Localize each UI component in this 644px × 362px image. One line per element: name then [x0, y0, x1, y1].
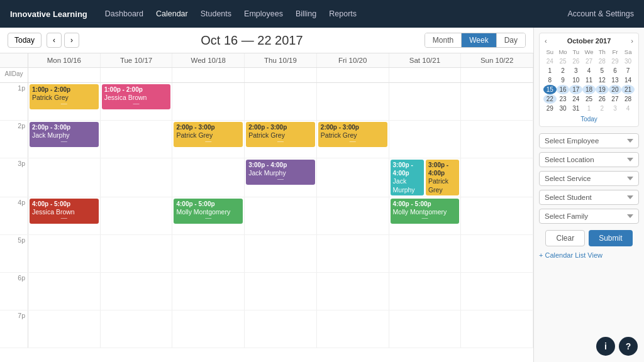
- submit-button[interactable]: Submit: [589, 230, 632, 246]
- account-settings[interactable]: Account & Settings: [567, 9, 634, 18]
- day-view-button[interactable]: Day: [497, 33, 525, 47]
- cell-wed-7p: [172, 310, 245, 348]
- cell-thu-1p: [245, 83, 317, 120]
- mini-day-cell[interactable]: 24: [569, 94, 582, 104]
- mini-day-cell[interactable]: 22: [543, 94, 557, 104]
- event-jessica-brown-mon-4p[interactable]: 4:00p - 5:00p Jessica Brown —: [30, 199, 99, 224]
- cell-thu-4p: [245, 197, 317, 234]
- mini-day-cell[interactable]: 1: [543, 66, 557, 75]
- day-header-tue: Tue 10/17: [101, 53, 173, 67]
- nav-dashboard[interactable]: Dashboard: [105, 7, 143, 21]
- event-dots: —: [133, 99, 140, 107]
- student-dropdown[interactable]: Select Student: [539, 190, 639, 205]
- mini-day-cell[interactable]: 16: [557, 85, 570, 94]
- info-icon[interactable]: i: [596, 337, 615, 356]
- event-jack-murphy-sat-3p[interactable]: 3:00p - 4:00p Jack Murphy: [391, 160, 424, 195]
- nav-links: Dashboard Calendar Students Employees Bi…: [105, 7, 568, 21]
- mini-day-cell[interactable]: 29: [609, 57, 622, 66]
- mini-day-cell[interactable]: 4: [582, 66, 596, 75]
- mini-day-cell[interactable]: 8: [543, 75, 557, 85]
- mini-day-cell[interactable]: 29: [543, 104, 557, 113]
- cell-fri-1p: [317, 83, 389, 120]
- today-button[interactable]: Today: [8, 33, 42, 48]
- day-header-sun: Sun 10/22: [461, 53, 533, 67]
- mini-day-cell[interactable]: 28: [596, 57, 609, 66]
- calendar-list-link[interactable]: + Calendar List View: [539, 250, 639, 260]
- mini-day-cell[interactable]: 3: [569, 66, 582, 75]
- event-patrick-grey-mon-1p[interactable]: 1:00p - 2:00p Patrick Grey —: [30, 84, 99, 109]
- clear-button[interactable]: Clear: [545, 230, 585, 246]
- allday-sat: [389, 68, 462, 82]
- nav-reports[interactable]: Reports: [329, 7, 357, 21]
- month-view-button[interactable]: Month: [425, 33, 462, 47]
- help-icon[interactable]: ?: [619, 337, 638, 356]
- cell-sat-2p: [389, 121, 462, 158]
- mini-day-cell[interactable]: 25: [557, 57, 570, 66]
- mini-day-cell[interactable]: 20: [609, 85, 622, 94]
- mini-day-cell[interactable]: 27: [582, 57, 596, 66]
- cell-sat-1p: [389, 83, 462, 120]
- event-patrick-grey-thu-2p[interactable]: 2:00p - 3:00p Patrick Grey —: [246, 122, 315, 147]
- next-arrow[interactable]: ›: [64, 33, 79, 48]
- mini-day-cell[interactable]: 27: [609, 94, 622, 104]
- mini-day-cell[interactable]: 6: [609, 66, 622, 75]
- event-patrick-grey-fri-2p[interactable]: 2:00p - 3:00p Patrick Grey —: [318, 122, 387, 147]
- mini-day-cell[interactable]: 26: [569, 57, 582, 66]
- mini-next-button[interactable]: ›: [630, 37, 635, 45]
- nav-employees[interactable]: Employees: [244, 7, 283, 21]
- employee-dropdown[interactable]: Select Employee: [539, 133, 639, 148]
- prev-arrow[interactable]: ‹: [47, 33, 62, 48]
- mini-day-cell[interactable]: 25: [582, 94, 596, 104]
- mini-day-cell[interactable]: 9: [557, 75, 570, 85]
- week-view-button[interactable]: Week: [462, 33, 496, 47]
- event-time: 3:00p - 4:00p: [428, 161, 457, 177]
- mini-day-cell[interactable]: 13: [609, 75, 622, 85]
- event-person: Patrick Grey: [428, 177, 457, 194]
- mini-day-today[interactable]: 15: [543, 85, 557, 94]
- cell-tue-4p: [101, 197, 173, 234]
- cell-sat-3p: 3:00p - 4:00p Jack Murphy 3:00p - 4:00p …: [389, 158, 462, 197]
- nav-students[interactable]: Students: [201, 7, 231, 21]
- mini-day-cell[interactable]: 5: [596, 66, 609, 75]
- mini-day-cell[interactable]: 1: [582, 104, 596, 113]
- mini-day-cell[interactable]: 12: [596, 75, 609, 85]
- event-molly-montgomery-wed-4p[interactable]: 4:00p - 5:00p Molly Montgomery —: [174, 199, 243, 224]
- cell-fri-4p: [317, 197, 389, 234]
- mini-day-cell[interactable]: 28: [621, 94, 635, 104]
- mini-day-cell[interactable]: 30: [621, 57, 635, 66]
- mini-day-cell[interactable]: 23: [557, 94, 570, 104]
- mini-prev-button[interactable]: ‹: [543, 37, 548, 45]
- day-header-thu: Thu 10/19: [245, 53, 317, 67]
- nav-billing[interactable]: Billing: [296, 7, 316, 21]
- mini-day-cell[interactable]: 14: [621, 75, 635, 85]
- event-molly-montgomery-sat-4p[interactable]: 4:00p - 5:00p Molly Montgomery —: [391, 199, 460, 224]
- service-dropdown[interactable]: Select Service: [539, 171, 639, 186]
- mini-day-cell[interactable]: 30: [557, 104, 570, 113]
- cell-mon-6p: [28, 273, 101, 310]
- event-jessica-brown-tue-1p[interactable]: 1:00p - 2:00p Jessica Brown —: [102, 84, 171, 109]
- mini-day-mo: Mo: [557, 47, 570, 57]
- mini-day-cell[interactable]: 10: [569, 75, 582, 85]
- mini-day-fr: Fr: [609, 47, 622, 57]
- mini-day-cell[interactable]: 26: [596, 94, 609, 104]
- mini-day-cell[interactable]: 2: [557, 66, 570, 75]
- mini-day-cell[interactable]: 31: [569, 104, 582, 113]
- mini-day-cell[interactable]: 11: [582, 75, 596, 85]
- location-dropdown[interactable]: Select Location: [539, 152, 639, 167]
- event-patrick-grey-sat-3p[interactable]: 3:00p - 4:00p Patrick Grey: [426, 160, 459, 195]
- mini-day-cell[interactable]: 2: [596, 104, 609, 113]
- nav-calendar[interactable]: Calendar: [156, 7, 188, 21]
- mini-day-cell[interactable]: 4: [621, 104, 635, 113]
- mini-day-cell[interactable]: 7: [621, 66, 635, 75]
- mini-day-cell[interactable]: 24: [543, 57, 557, 66]
- event-jack-murphy-thu-3p[interactable]: 3:00p - 4:00p Jack Murphy —: [246, 160, 315, 185]
- mini-day-cell[interactable]: 17: [569, 85, 582, 94]
- mini-day-cell[interactable]: 18: [582, 85, 596, 94]
- event-jack-murphy-mon-2p[interactable]: 2:00p - 3:00p Jack Murphy —: [30, 122, 99, 147]
- mini-day-cell[interactable]: 3: [609, 104, 622, 113]
- family-dropdown[interactable]: Select Family: [539, 209, 639, 224]
- event-patrick-grey-wed-2p[interactable]: 2:00p - 3:00p Patrick Grey —: [174, 122, 243, 147]
- mini-day-cell[interactable]: 21: [621, 85, 635, 94]
- mini-day-cell[interactable]: 19: [596, 85, 609, 94]
- mini-today-link[interactable]: Today: [543, 113, 635, 123]
